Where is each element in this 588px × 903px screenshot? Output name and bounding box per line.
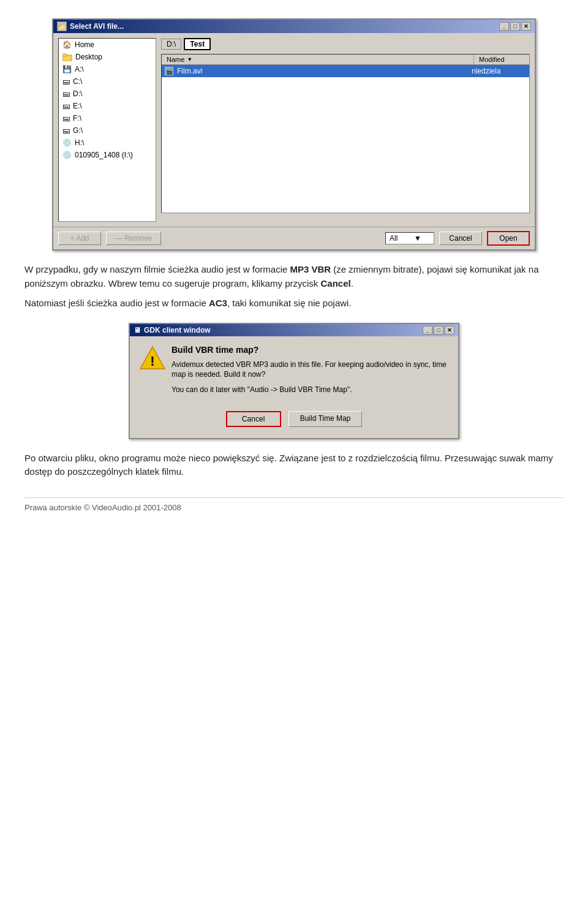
cancel-button[interactable]: Cancel [439, 232, 482, 245]
para1-text-a: W przypadku, gdy w naszym filmie ścieżka… [24, 264, 290, 274]
minimize-button[interactable]: _ [499, 22, 509, 31]
add-button[interactable]: + Add [58, 232, 101, 245]
file-dialog: 📁 Select AVI file... _ □ ✕ 🏠 Home Deskto… [52, 18, 536, 251]
file-name-cell: 🎬 Film.avi [164, 66, 472, 76]
open-button[interactable]: Open [487, 231, 530, 246]
left-item-label: A:\ [75, 65, 84, 74]
gdk-cancel-button[interactable]: Cancel [226, 411, 281, 427]
floppy-icon: 💾 [62, 65, 72, 74]
avi-file-icon: 🎬 [164, 66, 174, 76]
titlebar-controls: _ □ ✕ [499, 22, 531, 31]
hdd-icon-e: 🖴 [62, 102, 70, 110]
para2-text-a: Natomiast jeśli ścieżka audio jest w for… [24, 298, 209, 308]
dialog-title: Select AVI file... [70, 22, 124, 31]
filter-value: All [390, 234, 398, 243]
dialog-icon: 📁 [57, 21, 67, 31]
gdk-dialog-title: GDK client window [144, 326, 211, 334]
gdk-text-section: Build VBR time map? Avidemux detected VB… [172, 345, 448, 400]
left-item-a[interactable]: 💾 A:\ [59, 63, 156, 75]
gdk-titlebar-left: 🖥 GDK client window [134, 326, 211, 334]
gdk-titlebar-controls: _ □ ✕ [423, 326, 454, 334]
gdk-body-text2: You can do it later with "Audio -> Build… [172, 385, 448, 395]
maximize-button[interactable]: □ [510, 22, 520, 31]
dialog-bottom: + Add — Remove All ▼ Cancel Open [53, 227, 535, 249]
cancel-bold-text: Cancel [321, 278, 351, 289]
footer: Prawa autorskie © VideoAudio.pl 2001-200… [24, 497, 564, 512]
file-list: Name ▼ Modified 🎬 Film.avi niedziela [161, 54, 530, 213]
left-item-desktop[interactable]: Desktop [59, 51, 156, 63]
file-list-header: Name ▼ Modified [162, 55, 529, 65]
breadcrumb-test[interactable]: Test [184, 38, 211, 50]
para2-text-b: , taki komunikat się nie pojawi. [227, 298, 352, 308]
svg-text:!: ! [150, 353, 154, 369]
file-name-label: Film.avi [177, 67, 202, 75]
cd-icon-i: 💿 [62, 151, 72, 159]
col-modified[interactable]: Modified [474, 55, 529, 64]
left-item-f[interactable]: 🖴 F:\ [59, 112, 156, 124]
col-modified-label: Modified [479, 56, 505, 63]
left-item-d[interactable]: 🖴 D:\ [59, 88, 156, 100]
file-row-filmavi[interactable]: 🎬 Film.avi niedziela [162, 65, 529, 77]
left-item-label: Home [75, 40, 94, 49]
gdk-minimize-button[interactable]: _ [423, 326, 432, 334]
text-block-2: Po otwarciu pliku, okno programu może ni… [24, 452, 564, 479]
gdk-buttons: Cancel Build Time Map [140, 407, 448, 432]
left-item-label: 010905_1408 (I:\) [75, 151, 133, 159]
bottom-right: All ▼ Cancel Open [385, 231, 530, 246]
right-panel: D:\ Test Name ▼ Modified 🎬 Film.avi [161, 38, 530, 222]
svg-rect-1 [62, 54, 67, 56]
left-item-i[interactable]: 💿 010905_1408 (I:\) [59, 149, 156, 161]
close-button[interactable]: ✕ [521, 22, 531, 31]
left-item-home[interactable]: 🏠 Home [59, 39, 156, 51]
left-item-label: D:\ [73, 89, 82, 98]
remove-button[interactable]: — Remove [106, 232, 161, 245]
left-item-label: G:\ [73, 126, 83, 135]
gdk-close-button[interactable]: ✕ [445, 326, 454, 334]
col-name[interactable]: Name ▼ [162, 55, 474, 64]
gdk-maximize-button[interactable]: □ [434, 326, 443, 334]
gdk-body: ! Build VBR time map? Avidemux detected … [130, 336, 458, 438]
paragraph-3: Po otwarciu pliku, okno programu może ni… [24, 452, 564, 479]
gdk-top-section: ! Build VBR time map? Avidemux detected … [140, 345, 448, 400]
titlebar-left: 📁 Select AVI file... [57, 21, 124, 31]
hdd-icon-d: 🖴 [62, 89, 70, 98]
left-item-g[interactable]: 🖴 G:\ [59, 124, 156, 137]
desktop-folder-icon [62, 53, 72, 61]
gdk-titlebar: 🖥 GDK client window _ □ ✕ [130, 324, 458, 336]
left-item-h[interactable]: 💿 H:\ [59, 137, 156, 149]
home-icon: 🏠 [62, 40, 72, 49]
footer-text: Prawa autorskie © VideoAudio.pl 2001-200… [24, 503, 181, 512]
left-item-label: C:\ [73, 77, 82, 86]
breadcrumb-bar: D:\ Test [161, 38, 530, 50]
sort-arrow-icon: ▼ [187, 56, 192, 62]
left-item-label: F:\ [73, 114, 81, 123]
gdk-body-text1: Avidemux detected VBR MP3 audio in this … [172, 360, 448, 380]
gdk-dialog: 🖥 GDK client window _ □ ✕ ! Build VBR ti… [129, 323, 459, 439]
dropdown-arrow-icon: ▼ [414, 234, 421, 243]
breadcrumb-d[interactable]: D:\ [161, 39, 181, 50]
left-item-label: E:\ [73, 102, 82, 110]
filter-dropdown[interactable]: All ▼ [385, 232, 434, 244]
hdd-icon: 🖴 [62, 77, 70, 86]
left-item-e[interactable]: 🖴 E:\ [59, 100, 156, 112]
text-block-1: W przypadku, gdy w naszym filmie ścieżka… [24, 263, 564, 311]
gdk-dialog-icon: 🖥 [134, 326, 141, 334]
file-date-cell: niedziela [472, 67, 527, 75]
ac3-bold-text: AC3 [209, 298, 227, 308]
left-item-label: Desktop [75, 53, 102, 61]
bottom-left: + Add — Remove [58, 232, 161, 245]
paragraph-2: Natomiast jeśli ścieżka audio jest w for… [24, 297, 564, 311]
warning-icon: ! [140, 345, 164, 369]
left-item-c[interactable]: 🖴 C:\ [59, 75, 156, 88]
build-time-map-button[interactable]: Build Time Map [288, 411, 363, 427]
hdd-icon-g: 🖴 [62, 126, 70, 135]
hdd-icon-f: 🖴 [62, 114, 70, 123]
para1-text-c: . [351, 278, 353, 289]
mp3vbr-text: MP3 VBR [290, 264, 331, 274]
paragraph-1: W przypadku, gdy w naszym filmie ścieżka… [24, 263, 564, 290]
dialog-body: 🏠 Home Desktop 💾 A:\ 🖴 C:\ 🖴 D:\ [53, 33, 535, 227]
cd-icon-h: 💿 [62, 138, 72, 147]
left-item-label: H:\ [75, 138, 84, 147]
left-panel: 🏠 Home Desktop 💾 A:\ 🖴 C:\ 🖴 D:\ [58, 38, 156, 222]
gdk-heading: Build VBR time map? [172, 345, 448, 355]
